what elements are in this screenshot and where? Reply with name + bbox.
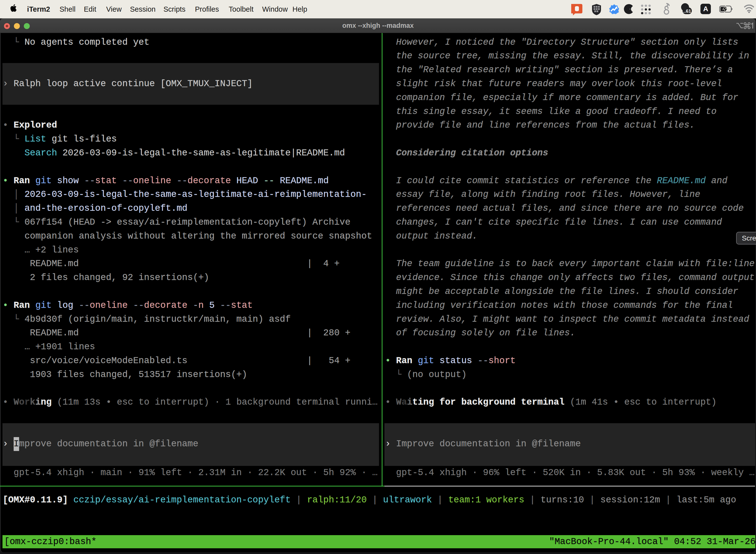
svg-text:..61: ..61	[683, 8, 691, 14]
